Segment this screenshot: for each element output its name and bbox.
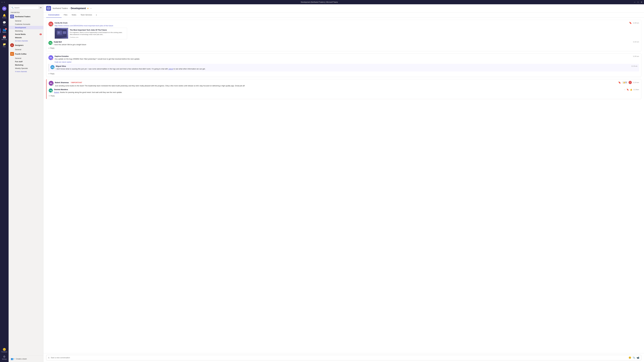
channel-designers-general[interactable]: General — [8, 48, 43, 51]
maximize-button[interactable]: □ — [638, 1, 639, 3]
minimize-button[interactable]: ─ — [634, 1, 636, 3]
reply-more-icon[interactable]: ··· — [624, 88, 626, 91]
tab-files[interactable]: Files — [62, 12, 70, 18]
svg-point-14 — [58, 31, 60, 34]
search-box[interactable]: 🔍 — [10, 6, 39, 9]
team-name-designers: Designers — [15, 44, 39, 46]
channel-fc-general[interactable]: General — [8, 56, 43, 60]
channel-header-info: Northwind Traders › Development ★ ··· — [52, 7, 641, 10]
team-northwind[interactable]: Northwind Traders ··· — [8, 14, 43, 19]
reply-label-2: Reply — [50, 73, 54, 75]
message-group-1: CD Cecily De Crum 🔖 — [46, 20, 641, 51]
reply-indicator-2[interactable]: Kadji and Jakob replied — [48, 61, 639, 63]
message-input-box: A 😊 📎 📹 — [46, 355, 641, 361]
rail-item-activity[interactable]: 🔔 Activity — [0, 13, 8, 19]
settings-icon: ⚙ — [3, 355, 6, 358]
channel-label: Development — [15, 26, 26, 28]
window-controls[interactable]: ─ □ ✕ — [634, 1, 642, 3]
header-team-name[interactable]: Northwind Traders — [52, 7, 68, 9]
avatar-initials-babek: BS — [50, 82, 52, 84]
status-babek — [52, 84, 54, 86]
nested-row-daniela: DM Daniela Mandera ··· 🔖 — [49, 88, 639, 94]
create-team-button[interactable]: 👥+ Create a team — [10, 357, 42, 361]
rail-item-chat[interactable]: 💬 Chat — [0, 20, 8, 27]
add-team-icon: 👥+ — [11, 358, 14, 360]
user-avatar-rail[interactable]: JD — [0, 5, 8, 12]
close-button[interactable]: ✕ — [641, 1, 642, 3]
link-preview-title-1: The Most Important Tech Jobs Of The Futu… — [70, 29, 125, 31]
tab-conversation[interactable]: Conversation — [46, 12, 62, 18]
msg-link-1[interactable]: http://www.contoso.com/3054433/the-most-… — [54, 25, 113, 27]
channel-fc-funstuff[interactable]: Fun stuff — [8, 60, 43, 63]
nested-content-daniela: Daniela Mandera ··· 🔖 👍 11:26am — [54, 88, 639, 94]
channel-marketing[interactable]: Marketing — [8, 29, 43, 32]
rail-item-files[interactable]: 📁 Files — [0, 42, 8, 48]
link-jakob[interactable]: Jakob — [168, 68, 173, 70]
svg-rect-16 — [57, 35, 63, 36]
sidebar-bottom: 👥+ Create a team — [8, 356, 43, 362]
channel-social-media[interactable]: Social Media 2 — [8, 32, 43, 36]
edit-icon[interactable]: ✏ — [40, 6, 42, 9]
activity-icon: 🔔 — [3, 14, 6, 17]
channel-website[interactable]: Website — [8, 36, 43, 39]
rail-item-settings[interactable]: ⚙ Settings — [0, 354, 8, 361]
bookmark-icon-3[interactable]: 🔖 — [618, 81, 621, 84]
more-channels-northwind[interactable]: 32 more channels — [8, 39, 43, 42]
reply-like-icon[interactable]: 👍 — [630, 88, 632, 91]
star-icon[interactable]: ★ — [87, 7, 89, 10]
status-daphne — [52, 59, 53, 60]
timestamp-2: 11:05 am — [633, 55, 639, 57]
channel-more-options[interactable]: ··· — [90, 7, 92, 10]
message-wrapper-1: CD Cecily De Crum 🔖 — [46, 20, 641, 51]
reply-button-3[interactable]: ↩ Reply — [49, 94, 639, 97]
back-button[interactable]: ‹ — [2, 1, 2, 3]
left-rail: JD 🔔 Activity 💬 Chat 2 👥 Teams 📅 Meeting… — [0, 4, 8, 362]
avatar-initials-kadji: KB — [49, 42, 52, 44]
msg-row-3: BS Babek Shammas !!IMPORTANT — [49, 81, 639, 87]
meet-icon[interactable]: 📹 — [636, 356, 639, 359]
bookmark-icon-1[interactable]: 🔖 — [629, 21, 632, 24]
reply-bookmark-icon[interactable]: 🔖 — [626, 88, 629, 91]
tab-team-services[interactable]: Team Services — [78, 12, 94, 18]
nested-reply-miguel: MS Miguel Silva 11:16 am I don — [48, 64, 639, 72]
thumbs-up-icon: 👍 — [623, 81, 625, 83]
link-babek[interactable]: Babek — [54, 91, 59, 93]
new-conversation-input[interactable] — [51, 357, 627, 359]
reply-button-1[interactable]: ↩ Reply — [48, 47, 639, 50]
channel-label: General — [15, 20, 21, 22]
channel-badge-social: 2 — [40, 33, 42, 35]
window-nav[interactable]: ‹ › — [2, 1, 5, 3]
tab-notes[interactable]: Notes — [70, 12, 78, 18]
rail-item-meetings[interactable]: 📅 Meetings — [0, 34, 8, 41]
msg-author-cecily: Cecily De Crum — [54, 22, 68, 24]
channel-label: General — [15, 48, 21, 50]
channel-fc-marketing[interactable]: Marketing — [8, 63, 43, 67]
channel-fc-weeklyspecials[interactable]: Weekly Specials — [8, 67, 43, 70]
team-fourthcoffee[interactable]: FC Fourth Coffee ··· — [8, 51, 43, 56]
nested-time-miguel: 11:16 am — [631, 65, 638, 67]
avatar-initials-miguel: MS — [52, 66, 54, 68]
search-input[interactable] — [14, 7, 38, 9]
format-icon[interactable]: A — [48, 357, 49, 359]
channel-northwind-general[interactable]: General — [8, 19, 43, 22]
rail-item-feedback[interactable]: 😊 Feedback — [0, 347, 8, 354]
emoji-icon[interactable]: 😊 — [628, 356, 631, 359]
link-preview-1: The Most Important Tech Jobs Of The Futu… — [54, 28, 127, 39]
channel-development[interactable]: Development — [8, 26, 43, 29]
rail-label-meetings: Meetings — [2, 39, 7, 40]
add-tab-button[interactable]: + — [94, 12, 98, 17]
channel-label: Customer Accounts — [15, 23, 30, 25]
important-reaction[interactable]: ! — [628, 81, 632, 84]
attachment-icon[interactable]: 📎 — [632, 356, 635, 359]
link-preview-body-1: The Most Important Tech Jobs Of The Futu… — [68, 28, 127, 39]
channel-label: Marketing — [15, 64, 23, 66]
forward-button[interactable]: › — [4, 1, 4, 3]
rail-item-teams[interactable]: 2 👥 Teams — [0, 27, 8, 34]
like-reaction[interactable]: 👍 6 — [622, 81, 628, 84]
channel-customer-accounts[interactable]: Customer Accounts — [8, 22, 43, 26]
message-card-2: DK Daphne Knowles 11:05 am Any update on… — [46, 53, 641, 77]
more-channels-fourthcoffee[interactable]: 4 more channels — [8, 70, 43, 73]
avatar-cecily: CD — [48, 21, 53, 26]
reply-button-2[interactable]: ↩ Reply — [48, 72, 639, 75]
team-designers[interactable]: D Designers ··· — [8, 42, 43, 48]
